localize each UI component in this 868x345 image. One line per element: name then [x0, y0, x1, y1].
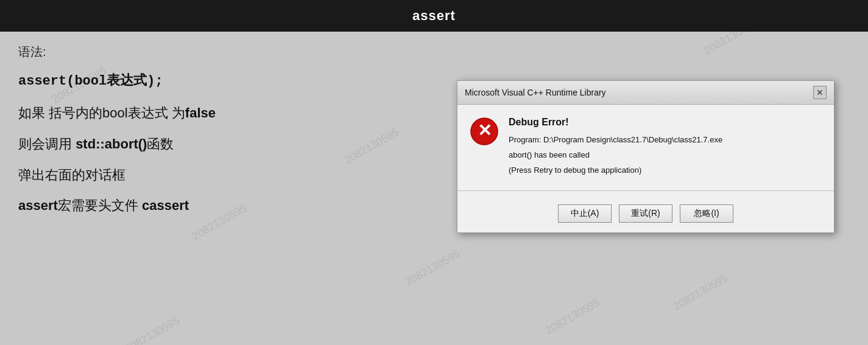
- main-content: 语法: assert(bool表达式); 如果 括号内的bool表达式 为fal…: [0, 32, 868, 345]
- dialog-overlay: Microsoft Visual C++ Runtime Library ✕ ✕…: [457, 80, 834, 233]
- error-icon: ✕: [470, 117, 499, 146]
- dialog-divider: [457, 190, 834, 191]
- page-title: assert: [412, 8, 456, 24]
- abort-button[interactable]: 中止(A): [558, 204, 612, 223]
- syntax-label: 语法:: [18, 44, 850, 60]
- abort-text: abort() has been called: [509, 150, 822, 159]
- close-icon: ✕: [816, 88, 824, 97]
- dialog-text-area: Debug Error! Program: D:\Program Design\…: [509, 117, 822, 178]
- close-button[interactable]: ✕: [813, 86, 827, 99]
- retry-button[interactable]: 重试(R): [619, 204, 672, 223]
- dialog-body: ✕ Debug Error! Program: D:\Program Desig…: [457, 105, 834, 184]
- debug-error-label: Debug Error!: [509, 117, 822, 128]
- dialog-title: Microsoft Visual C++ Runtime Library: [465, 88, 606, 97]
- dialog-box: Microsoft Visual C++ Runtime Library ✕ ✕…: [457, 80, 834, 233]
- press-retry-text: (Press Retry to debug the application): [509, 166, 822, 175]
- program-text: Program: D:\Program Design\class21.7\Deb…: [509, 135, 822, 144]
- header-bar: assert: [0, 0, 868, 32]
- ignore-button[interactable]: 忽略(I): [680, 204, 733, 223]
- svg-text:✕: ✕: [478, 121, 492, 140]
- dialog-titlebar: Microsoft Visual C++ Runtime Library ✕: [457, 81, 834, 105]
- dialog-buttons: 中止(A) 重试(R) 忽略(I): [457, 197, 834, 232]
